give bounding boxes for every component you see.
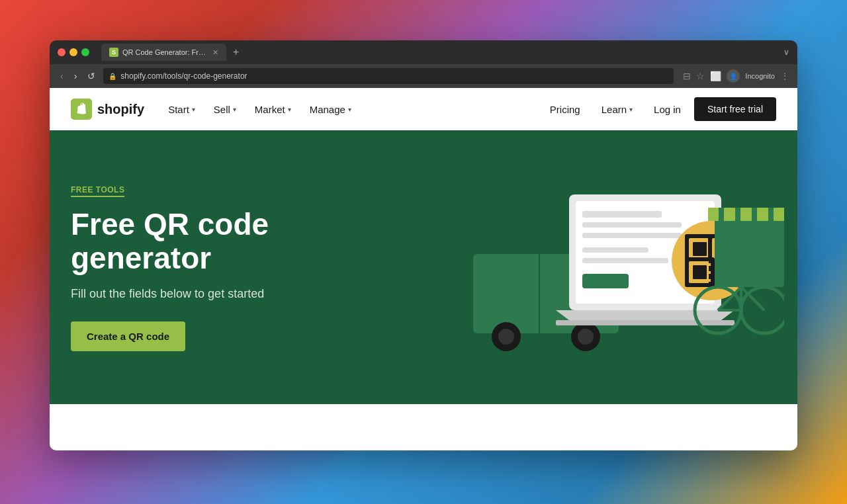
below-fold-section [50, 404, 797, 450]
svg-rect-32 [709, 266, 714, 271]
nav-pricing[interactable]: Pricing [542, 99, 588, 120]
nav-learn[interactable]: Learn ▾ [594, 99, 641, 120]
market-chevron-icon: ▾ [288, 106, 291, 113]
shopify-navbar: shopify Start ▾ Sell ▾ Market ▾ Manage ▾ [50, 88, 797, 130]
nav-right: Pricing Learn ▾ Log in Start free trial [542, 97, 776, 121]
svg-rect-15 [582, 258, 668, 263]
learn-chevron-icon: ▾ [629, 106, 633, 113]
maximize-button[interactable] [81, 48, 89, 56]
svg-rect-27 [693, 265, 707, 279]
illustration-svg [453, 130, 784, 404]
address-bar[interactable]: 🔒 shopify.com/tools/qr-code-generator [103, 68, 674, 84]
nav-manage[interactable]: Manage ▾ [302, 99, 359, 120]
browser-window: S QR Code Generator: Free QR C ✕ + ∨ ‹ ›… [50, 40, 797, 450]
address-text: shopify.com/tools/qr-code-generator [120, 71, 247, 81]
reload-button[interactable]: ↺ [85, 71, 98, 81]
nav-cta-button[interactable]: Start free trial [694, 97, 776, 121]
forward-button[interactable]: › [71, 71, 80, 81]
browser-tab[interactable]: S QR Code Generator: Free QR C ✕ [101, 44, 226, 61]
cast-icon[interactable]: ⊟ [683, 71, 691, 81]
shopify-logo-text: shopify [97, 102, 144, 117]
page-content: shopify Start ▾ Sell ▾ Market ▾ Manage ▾ [50, 88, 797, 450]
hero-content: FREE TOOLS Free QR code generator Fill o… [71, 183, 269, 351]
tab-view-icon[interactable]: ⬜ [710, 71, 721, 81]
svg-rect-17 [556, 320, 735, 325]
svg-point-5 [498, 329, 514, 345]
tab-close-icon[interactable]: ✕ [212, 48, 218, 57]
svg-rect-11 [582, 211, 662, 218]
hero-cta-button[interactable]: Create a QR code [71, 321, 185, 351]
close-button[interactable] [58, 48, 66, 56]
svg-rect-28 [709, 258, 714, 263]
hero-title: Free QR code generator [71, 208, 269, 274]
manage-chevron-icon: ▾ [348, 106, 351, 113]
hero-section: FREE TOOLS Free QR code generator Fill o… [50, 130, 797, 404]
nav-sell[interactable]: Sell ▾ [206, 99, 244, 120]
nav-links: Start ▾ Sell ▾ Market ▾ Manage ▾ [160, 99, 542, 120]
hero-illustration [453, 130, 784, 404]
incognito-avatar: 👤 [727, 69, 740, 83]
traffic-lights [58, 48, 89, 56]
toolbar-actions: ⊟ ☆ ⬜ 👤 Incognito ⋮ [683, 69, 789, 83]
free-tools-label: FREE TOOLS [71, 185, 124, 197]
svg-rect-16 [582, 274, 629, 288]
svg-rect-21 [693, 242, 707, 256]
new-tab-button[interactable]: + [229, 46, 243, 58]
hero-subtitle: Fill out the fields below to get started [71, 285, 269, 303]
svg-rect-34 [709, 274, 714, 279]
svg-rect-12 [582, 222, 682, 228]
nav-market[interactable]: Market ▾ [247, 99, 299, 120]
browser-titlebar: S QR Code Generator: Free QR C ✕ + ∨ [50, 40, 797, 64]
svg-point-7 [578, 329, 594, 345]
nav-start[interactable]: Start ▾ [160, 99, 203, 120]
nav-login[interactable]: Log in [646, 99, 689, 120]
sell-chevron-icon: ▾ [233, 106, 236, 113]
menu-icon[interactable]: ⋮ [780, 71, 789, 81]
tab-bar: S QR Code Generator: Free QR C ✕ + ∨ [101, 44, 789, 61]
browser-toolbar: ‹ › ↺ 🔒 shopify.com/tools/qr-code-genera… [50, 64, 797, 88]
incognito-label: Incognito [745, 72, 775, 80]
shopify-logo-icon [71, 99, 92, 120]
svg-rect-53 [725, 282, 738, 285]
tab-overflow-icon[interactable]: ∨ [783, 48, 789, 57]
minimize-button[interactable] [69, 48, 77, 56]
shopify-logo[interactable]: shopify [71, 99, 144, 120]
tab-favicon-icon: S [109, 48, 118, 57]
svg-rect-13 [582, 233, 682, 238]
tab-title: QR Code Generator: Free QR C [122, 48, 208, 56]
lock-icon: 🔒 [109, 73, 116, 80]
svg-rect-14 [582, 247, 648, 253]
bookmark-icon[interactable]: ☆ [696, 71, 705, 81]
back-button[interactable]: ‹ [58, 71, 66, 81]
start-chevron-icon: ▾ [192, 106, 195, 113]
